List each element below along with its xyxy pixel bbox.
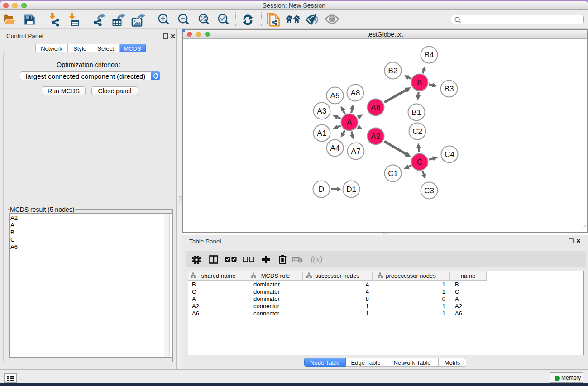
svg-text:D1: D1	[346, 185, 356, 194]
svg-text:C4: C4	[445, 150, 454, 159]
svg-text:B: B	[417, 78, 422, 87]
svg-text:C3: C3	[424, 186, 434, 195]
svg-text:C2: C2	[412, 127, 422, 136]
svg-text:A5: A5	[330, 91, 340, 100]
svg-text:A6: A6	[371, 103, 381, 112]
svg-text:A1: A1	[317, 129, 327, 138]
svg-text:A4: A4	[330, 144, 340, 152]
svg-text:D: D	[319, 185, 324, 194]
svg-text:B3: B3	[445, 85, 454, 93]
svg-text:A7: A7	[351, 147, 361, 156]
svg-text:A2: A2	[371, 132, 381, 141]
svg-text:C1: C1	[388, 169, 398, 178]
svg-text:A: A	[347, 118, 352, 127]
svg-text:C: C	[417, 158, 422, 167]
svg-text:A8: A8	[351, 89, 360, 97]
svg-text:B1: B1	[412, 108, 421, 117]
svg-text:B2: B2	[388, 67, 398, 75]
svg-text:B4: B4	[425, 51, 434, 59]
svg-text:A3: A3	[317, 107, 327, 115]
